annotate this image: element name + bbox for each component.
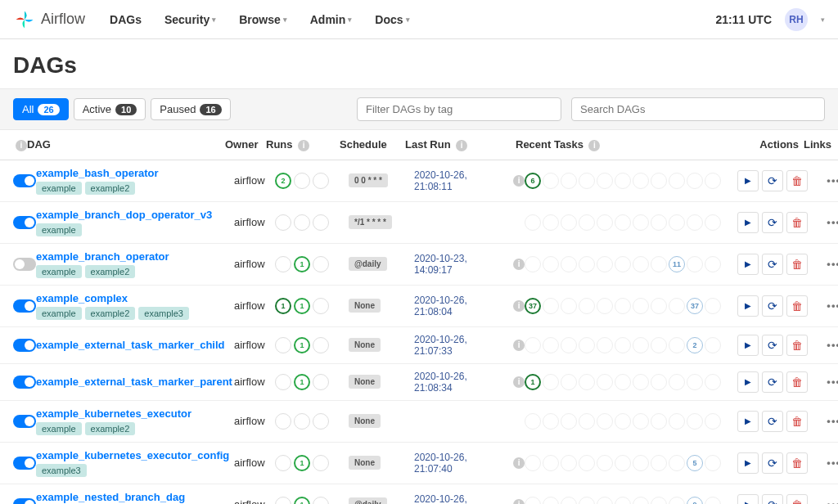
dag-tag[interactable]: example2 [85,265,136,278]
task-status-circle[interactable] [633,497,649,504]
task-status-circle[interactable] [525,497,541,504]
dag-tag[interactable]: example [36,422,82,435]
task-status-circle[interactable] [579,173,595,189]
filter-paused[interactable]: Paused 16 [151,98,230,120]
task-status-circle[interactable] [651,337,667,353]
trigger-dag-button[interactable]: ▶ [737,335,759,356]
task-status-circle[interactable] [579,413,595,430]
refresh-dag-button[interactable]: ⟳ [762,212,783,233]
run-status-circle[interactable] [313,413,329,430]
schedule-chip[interactable]: None [349,299,381,313]
dag-name-link[interactable]: example_nested_branch_dag [36,491,185,503]
dag-tag[interactable]: example3 [138,307,189,320]
task-status-circle[interactable] [543,256,559,272]
lastrun-timestamp[interactable]: 2020-10-26, 21:07:33 [414,334,507,357]
task-status-circle[interactable] [597,337,613,353]
run-status-circle[interactable] [275,214,291,231]
schedule-chip[interactable]: None [349,375,381,389]
task-status-circle[interactable] [597,214,613,231]
more-links-button[interactable]: ••• [808,174,838,187]
col-owner[interactable]: Owner [225,138,266,151]
run-status-circle[interactable] [313,214,329,231]
task-status-circle[interactable] [669,455,685,471]
refresh-dag-button[interactable]: ⟳ [762,452,783,474]
info-icon[interactable]: i [16,140,27,151]
dag-owner[interactable]: airflow [234,498,275,504]
delete-dag-button[interactable]: 🗑 [786,212,808,233]
run-status-circle[interactable]: 1 [294,497,310,504]
time-display[interactable]: 21:11 UTC [716,13,772,26]
info-icon[interactable]: i [513,457,525,469]
schedule-chip[interactable]: None [349,338,381,352]
dag-owner[interactable]: airflow [234,415,275,427]
refresh-dag-button[interactable]: ⟳ [762,295,783,317]
more-links-button[interactable]: ••• [808,299,838,312]
task-status-circle[interactable]: 11 [669,256,685,272]
task-status-circle[interactable] [633,374,649,390]
dag-tag[interactable]: example [36,307,82,320]
task-status-circle[interactable] [633,337,649,353]
nav-link-dags[interactable]: DAGs [101,8,150,31]
run-status-circle[interactable] [294,173,310,189]
run-status-circle[interactable]: 1 [294,455,310,471]
run-status-circle[interactable] [313,298,329,314]
run-status-circle[interactable]: 2 [275,173,291,189]
run-status-circle[interactable] [294,413,310,430]
task-status-circle[interactable] [561,374,577,390]
task-status-circle[interactable] [615,497,631,504]
trigger-dag-button[interactable]: ▶ [737,170,759,191]
task-status-circle[interactable] [543,173,559,189]
task-status-circle[interactable] [615,337,631,353]
task-status-circle[interactable] [543,497,559,504]
task-status-circle[interactable] [561,173,577,189]
task-status-circle[interactable] [597,256,613,272]
more-links-button[interactable]: ••• [808,216,838,228]
refresh-dag-button[interactable]: ⟳ [762,494,783,504]
dag-name-link[interactable]: example_external_task_marker_parent [36,376,232,388]
trigger-dag-button[interactable]: ▶ [737,254,759,275]
dag-name-link[interactable]: example_external_task_marker_child [36,339,225,351]
trigger-dag-button[interactable]: ▶ [737,212,759,233]
run-status-circle[interactable] [275,256,291,272]
task-status-circle[interactable] [579,298,595,314]
nav-link-browse[interactable]: Browse▾ [231,8,295,31]
trigger-dag-button[interactable]: ▶ [737,411,759,432]
dag-pause-toggle[interactable] [13,299,36,313]
task-status-circle[interactable] [633,173,649,189]
more-links-button[interactable]: ••• [808,339,838,351]
task-status-circle[interactable] [615,298,631,314]
lastrun-timestamp[interactable]: 2020-10-26, 21:08:11 [414,169,507,192]
task-status-circle[interactable] [633,413,649,430]
filter-all[interactable]: All 26 [13,98,69,120]
tag-filter-input[interactable] [357,97,561,121]
chevron-down-icon[interactable]: ▾ [821,16,825,24]
nav-link-admin[interactable]: Admin▾ [302,8,361,31]
lastrun-timestamp[interactable]: 2020-10-23, 14:09:17 [414,253,507,276]
run-status-circle[interactable] [294,214,310,231]
dag-owner[interactable]: airflow [234,258,275,270]
task-status-circle[interactable] [543,455,559,471]
task-status-circle[interactable] [669,413,685,430]
col-dag[interactable]: DAG [27,138,225,151]
info-icon[interactable]: i [513,259,525,270]
run-status-circle[interactable] [313,337,329,353]
task-status-circle[interactable] [633,214,649,231]
task-status-circle[interactable] [525,413,541,430]
task-status-circle[interactable] [543,374,559,390]
info-icon[interactable]: i [513,499,525,504]
task-status-circle[interactable] [597,374,613,390]
task-status-circle[interactable] [705,173,721,189]
task-status-circle[interactable] [705,337,721,353]
info-icon[interactable]: i [513,300,525,312]
dag-pause-toggle[interactable] [13,258,36,271]
dag-tag[interactable]: example [36,223,82,236]
task-status-circle[interactable] [669,337,685,353]
task-status-circle[interactable] [651,256,667,272]
run-status-circle[interactable] [275,337,291,353]
dag-tag[interactable]: example3 [36,464,87,477]
trigger-dag-button[interactable]: ▶ [737,494,759,504]
schedule-chip[interactable]: None [349,456,381,470]
task-status-circle[interactable] [687,413,703,430]
dag-tag[interactable]: example2 [85,307,136,320]
task-status-circle[interactable] [705,497,721,504]
